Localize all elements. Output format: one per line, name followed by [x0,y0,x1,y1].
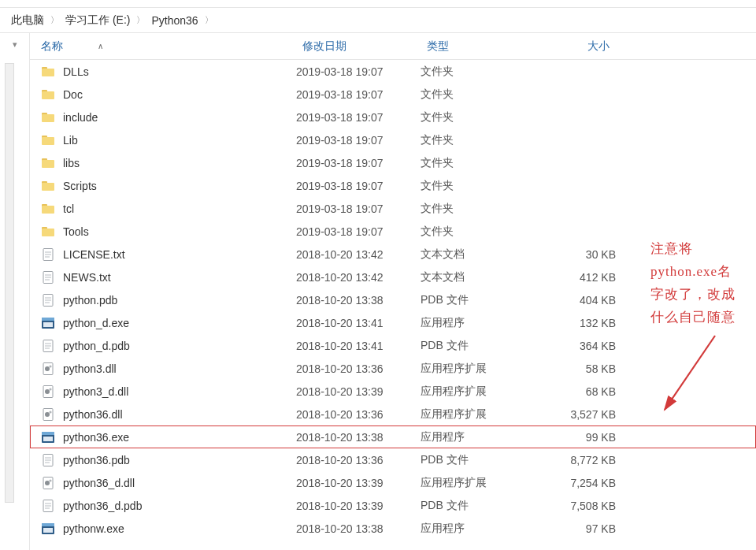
svg-point-36 [45,366,50,371]
file-date-cell: 2018-10-20 13:39 [296,385,421,398]
file-type-cell: PDB 文件 [421,293,543,307]
file-date-cell: 2018-10-20 13:36 [296,362,421,375]
svg-rect-9 [42,160,54,168]
file-row[interactable]: pythonw.exe2018-10-20 13:38应用程序97 KB [30,517,756,540]
nav-pane[interactable]: ▾ [0,33,30,550]
file-row[interactable]: include2019-03-18 19:07文件夹 [30,106,756,128]
svg-rect-59 [42,523,54,526]
folder-icon [41,133,55,147]
window-toolbar [0,0,756,8]
breadcrumb-item-0[interactable]: 此电脑 [9,13,46,28]
file-name-cell[interactable]: python.pdb [35,293,296,307]
file-name-label: libs [63,157,80,169]
column-header-name-label: 名称 [41,39,63,52]
file-row[interactable]: python3_d.dll2018-10-20 13:39应用程序扩展68 KB [30,380,756,403]
file-name-label: python_d.exe [63,317,129,329]
file-row[interactable]: Tools2019-03-18 19:07文件夹 [30,220,756,243]
file-name-cell[interactable]: python3_d.dll [35,385,296,399]
column-header-size[interactable]: 大小 [543,39,616,54]
folder-icon [41,225,55,239]
file-type-cell: PDB 文件 [421,499,543,513]
breadcrumb-item-1[interactable]: 学习工作 (E:) [64,13,132,28]
file-type-cell: 应用程序 [421,316,543,330]
file-name-cell[interactable]: python_d.exe [35,316,296,330]
file-type-cell: 应用程序扩展 [421,385,543,399]
file-type-cell: 应用程序 [421,430,543,444]
annotation-line: 字改了，改成 [650,284,756,307]
file-type-cell: 文本文档 [421,247,543,262]
file-row[interactable]: libs2019-03-18 19:07文件夹 [30,151,756,174]
file-name-cell[interactable]: include [35,110,296,124]
file-name-cell[interactable]: Scripts [35,179,296,193]
file-row[interactable]: python36.dll2018-10-20 13:36应用程序扩展3,527 … [30,403,756,426]
chevron-right-icon: 〉 [46,14,64,26]
column-header-date[interactable]: 修改日期 [296,39,421,54]
breadcrumb[interactable]: 此电脑 〉 学习工作 (E:) 〉 Python36 〉 [0,8,756,33]
file-date-cell: 2018-10-20 13:36 [296,408,421,421]
file-name-cell[interactable]: Lib [35,133,296,147]
chevron-down-icon[interactable]: ▾ [13,39,17,50]
file-row[interactable]: tcl2019-03-18 19:07文件夹 [30,197,756,220]
file-size-cell: 364 KB [543,340,616,352]
column-headers[interactable]: 名称 ∧ 修改日期 类型 大小 [30,33,756,60]
file-name-cell[interactable]: NEWS.txt [35,270,296,284]
nav-pane-scrollbar[interactable] [5,63,14,503]
file-name-cell[interactable]: python36.dll [35,407,296,422]
file-name-cell[interactable]: pythonw.exe [35,522,296,536]
file-type-cell: 文本文档 [421,270,543,284]
file-name-label: python36.dll [63,408,123,421]
svg-rect-5 [42,114,54,122]
file-name-label: DLLs [63,65,89,78]
file-row[interactable]: Scripts2019-03-18 19:07文件夹 [30,174,756,197]
svg-rect-60 [43,528,53,533]
file-row[interactable]: python36.exe2018-10-20 13:38应用程序99 KB [30,426,756,448]
file-row[interactable]: python3.dll2018-10-20 13:36应用程序扩展58 KB [30,357,756,380]
file-name-cell[interactable]: python36.exe [35,430,296,444]
file-date-cell: 2018-10-20 13:38 [296,431,421,444]
file-name-cell[interactable]: python36_d.pdb [35,499,296,513]
file-row[interactable]: python36_d.dll2018-10-20 13:39应用程序扩展7,25… [30,471,756,494]
file-row[interactable]: python36_d.pdb2018-10-20 13:39PDB 文件7,50… [30,494,756,517]
file-name-cell[interactable]: python3.dll [35,362,296,376]
file-name-cell[interactable]: python_d.pdb [35,339,296,353]
file-row[interactable]: NEWS.txt2018-10-20 13:42文本文档412 KB [30,266,756,288]
file-name-label: python36.exe [63,431,129,444]
file-row[interactable]: DLLs2019-03-18 19:07文件夹 [30,60,756,83]
file-date-cell: 2019-03-18 19:07 [296,111,421,124]
file-row[interactable]: python.pdb2018-10-20 13:38PDB 文件404 KB [30,288,756,311]
chevron-right-icon: 〉 [132,14,150,26]
svg-point-52 [45,481,50,485]
file-name-cell[interactable]: Doc [35,87,296,102]
file-name-cell[interactable]: python36_d.dll [35,476,296,490]
file-date-cell: 2019-03-18 19:07 [296,225,421,238]
file-name-cell[interactable]: Tools [35,225,296,239]
file-row[interactable]: python36.pdb2018-10-20 13:36PDB 文件8,772 … [30,448,756,471]
file-row[interactable]: python_d.exe2018-10-20 13:41应用程序132 KB [30,311,756,334]
breadcrumb-item-2[interactable]: Python36 [150,14,199,27]
file-row[interactable]: python_d.pdb2018-10-20 13:41PDB 文件364 KB [30,334,756,357]
file-row[interactable]: Lib2019-03-18 19:07文件夹 [30,128,756,151]
column-header-name[interactable]: 名称 ∧ [35,39,296,54]
file-name-cell[interactable]: DLLs [35,65,296,79]
file-name-cell[interactable]: LICENSE.txt [35,247,296,262]
svg-rect-45 [42,432,54,435]
file-date-cell: 2019-03-18 19:07 [296,157,421,169]
file-row[interactable]: Doc2019-03-18 19:07文件夹 [30,83,756,106]
file-name-cell[interactable]: python36.pdb [35,453,296,467]
file-name-cell[interactable]: tcl [35,202,296,216]
annotation-text: 注意将 python.exe名 字改了，改成 什么自己随意 [650,238,756,329]
svg-rect-3 [42,91,54,99]
exe-icon [41,430,55,444]
column-header-type[interactable]: 类型 [421,39,543,54]
file-type-cell: 应用程序扩展 [421,407,543,422]
file-size-cell: 404 KB [543,294,616,307]
file-row[interactable]: LICENSE.txt2018-10-20 13:42文本文档30 KB [30,243,756,266]
svg-rect-1 [42,69,54,76]
file-date-cell: 2018-10-20 13:38 [296,294,421,307]
file-name-label: Lib [63,134,78,147]
svg-rect-13 [42,206,54,214]
file-name-label: python_d.pdb [63,340,130,352]
folder-icon [41,87,55,102]
file-type-cell: 应用程序扩展 [421,362,543,376]
file-name-cell[interactable]: libs [35,156,296,170]
